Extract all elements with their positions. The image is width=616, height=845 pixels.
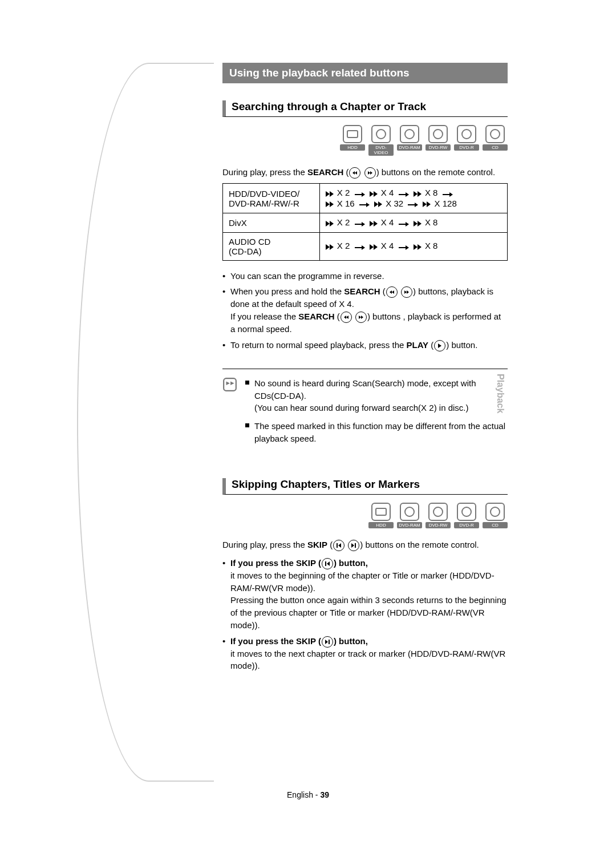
fastforward-icon xyxy=(401,286,412,298)
skip-forward-icon xyxy=(348,540,359,551)
badge-cd: CD xyxy=(483,503,508,528)
list-item: If you press the SKIP () button, it move… xyxy=(222,635,508,673)
note-block: No sound is heard during Scan(Search) mo… xyxy=(222,369,508,451)
badge-dvd-rw: DVD-RW xyxy=(425,125,451,156)
svg-rect-0 xyxy=(224,378,236,391)
list-item: You can scan the programme in reverse. xyxy=(222,270,508,282)
subheading-skip: Skipping Chapters, Titles or Markers xyxy=(222,478,508,495)
badge-hdd: HDD xyxy=(340,125,365,156)
rewind-icon xyxy=(386,286,398,298)
list-item: When you press and hold the SEARCH ( ) b… xyxy=(222,285,508,335)
skip-intro: During play, press the SKIP ( ) buttons … xyxy=(222,539,508,551)
badge-dvd-r: DVD-R xyxy=(454,503,479,528)
note-icon xyxy=(222,377,237,392)
list-item: To return to normal speed playback, pres… xyxy=(222,339,508,351)
badge-dvd-r: DVD-R xyxy=(454,125,479,156)
badge-dvd-ram: DVD-RAM xyxy=(397,125,422,156)
disc-badge-row-1: HDD DVD-VIDEO DVD-RAM DVD-RW DVD-R CD xyxy=(222,125,508,156)
play-icon xyxy=(434,340,445,351)
list-item: No sound is heard during Scan(Search) mo… xyxy=(245,377,508,414)
subheading-search: Searching through a Chapter or Track xyxy=(222,100,508,117)
list-item: If you press the SKIP () button, it move… xyxy=(222,557,508,632)
disc-badge-row-2: HDD DVD-RAM DVD-RW DVD-R CD xyxy=(222,503,508,528)
table-row: AUDIO CD (CD-DA) X 2 X 4 X 8 xyxy=(223,232,508,260)
page-footer: English - 39 xyxy=(0,790,616,799)
search-bullets: You can scan the programme in reverse. W… xyxy=(222,270,508,351)
skip-bullets: If you press the SKIP () button, it move… xyxy=(222,557,508,672)
badge-dvd-rw: DVD-RW xyxy=(425,503,451,528)
rewind-icon xyxy=(349,167,360,179)
list-item: The speed marked in this function may be… xyxy=(245,420,508,445)
skip-back-icon xyxy=(333,540,345,551)
badge-dvd-ram: DVD-RAM xyxy=(397,503,422,528)
table-row: HDD/DVD-VIDEO/ DVD-RAM/-RW/-R X 2 X 4 X … xyxy=(223,184,508,213)
skip-forward-icon xyxy=(322,636,333,648)
rewind-icon xyxy=(341,312,352,323)
section-title-bar: Using the playback related buttons xyxy=(222,63,508,83)
page-curve-decoration xyxy=(77,63,214,782)
table-row: DivX X 2 X 4 X 8 xyxy=(223,213,508,233)
badge-hdd: HDD xyxy=(368,503,394,528)
skip-back-icon xyxy=(322,558,333,569)
search-intro: During play, press the SEARCH ( ) button… xyxy=(222,166,508,179)
fastforward-icon xyxy=(355,312,367,323)
badge-cd: CD xyxy=(483,125,508,156)
fastforward-icon xyxy=(364,167,376,179)
speed-table: HDD/DVD-VIDEO/ DVD-RAM/-RW/-R X 2 X 4 X … xyxy=(222,183,508,261)
badge-dvd-video: DVD-VIDEO xyxy=(368,125,394,156)
